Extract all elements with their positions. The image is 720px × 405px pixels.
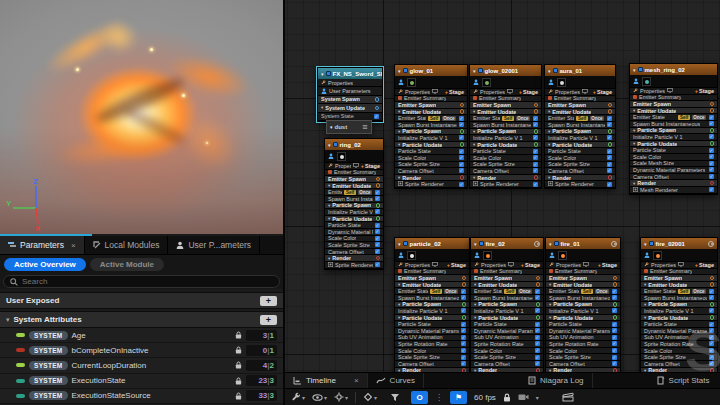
module-row[interactable]: Sub UV Animation✓: [471, 335, 543, 342]
stage-toggle-icon[interactable]: [376, 177, 381, 182]
module-row[interactable]: Dynamic Material Parameters 001✓: [395, 328, 469, 335]
module-row[interactable]: Emitter Spawn: [471, 275, 543, 282]
close-icon[interactable]: ×: [71, 241, 76, 250]
node-header[interactable]: ▾aura_01: [545, 65, 615, 76]
module-checkbox[interactable]: ✓: [533, 116, 538, 121]
module-checkbox[interactable]: ✓: [607, 135, 612, 140]
module-row[interactable]: ▾Particle Spawn: [641, 302, 717, 309]
add-stage-button[interactable]: +Stage: [598, 262, 617, 268]
module-checkbox[interactable]: ✓: [535, 328, 540, 333]
module-row[interactable]: Emitter Spawn: [546, 275, 620, 282]
node-header[interactable]: ▾fire_01: [546, 238, 620, 249]
parameter-row[interactable]: SYSTEMExecutionStateSource33|3: [0, 389, 283, 404]
module-row[interactable]: ▾System Update: [318, 104, 382, 112]
stage-toggle-icon[interactable]: [375, 97, 380, 102]
module-row[interactable]: Emitter StateSelfOnce✓: [395, 288, 469, 295]
stage-toggle-icon[interactable]: [534, 142, 539, 147]
module-row[interactable]: Spawn Burst Instantaneous✓: [545, 122, 615, 129]
parameter-row[interactable]: SYSTEMbCompleteOnInactive0|1: [0, 343, 283, 358]
module-checkbox[interactable]: ✓: [535, 348, 540, 353]
stage-toggle-icon[interactable]: [462, 276, 467, 281]
module-row[interactable]: Initialize Particle V 1✓: [395, 135, 467, 142]
stage-toggle-icon[interactable]: [710, 181, 715, 186]
module-row[interactable]: Particle State✓: [395, 148, 467, 155]
module-checkbox[interactable]: ✓: [709, 148, 714, 153]
module-row[interactable]: Scale Color✓: [325, 236, 383, 243]
module-checkbox[interactable]: ✓: [607, 155, 612, 160]
node-header[interactable]: ▾ring_02: [325, 139, 383, 150]
module-row[interactable]: Emitter Spawn: [395, 275, 469, 282]
emitter-node-ring_02[interactable]: ▾ring_02Properties+StageEmitter SummaryE…: [324, 138, 384, 270]
module-row[interactable]: Scale Sprite Size✓: [546, 354, 620, 361]
module-row[interactable]: Emitter Spawn: [395, 102, 467, 109]
module-row[interactable]: Spawn Burst Instantaneous✓: [546, 295, 620, 302]
module-checkbox[interactable]: ✓: [607, 182, 612, 187]
module-checkbox[interactable]: ✓: [709, 161, 714, 166]
module-row[interactable]: Spawn Burst Instantaneous✓: [395, 295, 469, 302]
module-row[interactable]: Dynamic Material Parameters 001✓: [546, 328, 620, 335]
module-checkbox[interactable]: ✓: [375, 236, 380, 241]
stage-toggle-icon[interactable]: [608, 129, 613, 134]
module-checkbox[interactable]: ✓: [461, 361, 466, 366]
module-checkbox[interactable]: ✓: [461, 289, 466, 294]
stage-toggle-icon[interactable]: [613, 276, 618, 281]
module-row[interactable]: Emitter Spawn: [545, 102, 615, 109]
module-row[interactable]: ▾Particle Update: [471, 315, 543, 322]
module-row[interactable]: Sprite Renderer✓: [395, 181, 467, 188]
stage-toggle-icon[interactable]: [710, 282, 715, 287]
node-header[interactable]: ▾fire_02001: [641, 238, 717, 249]
module-row[interactable]: Scale Color✓: [395, 155, 467, 162]
module-row[interactable]: Sprite Rotation Rate✓: [546, 341, 620, 348]
module-checkbox[interactable]: ✓: [461, 295, 466, 300]
module-row[interactable]: ▾Emitter Update: [395, 282, 469, 289]
system-node-FX_NS_Sword_Skill[interactable]: ▾FX_NS_Sword_SkillPropertiesUser Paramet…: [317, 67, 383, 122]
module-row[interactable]: Initialize Particle V 1✓: [546, 308, 620, 315]
system-overview-graph[interactable]: ▾FX_NS_Sword_SkillPropertiesUser Paramet…: [285, 0, 720, 372]
emitter-node-particle_02[interactable]: ▾particle_02Properties+StageEmitter Summ…: [394, 237, 470, 372]
module-row[interactable]: Scale Color✓: [470, 155, 541, 162]
module-row[interactable]: Particle State✓: [395, 321, 469, 328]
module-checkbox[interactable]: ✓: [535, 308, 540, 313]
stage-toggle-icon[interactable]: [710, 108, 715, 113]
stage-toggle-icon[interactable]: [460, 142, 465, 147]
module-checkbox[interactable]: ✓: [459, 182, 464, 187]
module-checkbox[interactable]: ✓: [533, 155, 538, 160]
module-checkbox[interactable]: ✓: [709, 134, 714, 139]
node-header[interactable]: ▾fire_02: [471, 238, 543, 249]
node-enabled-checkbox[interactable]: [479, 241, 484, 246]
module-row[interactable]: Sprite Renderer✓: [470, 181, 541, 188]
module-checkbox[interactable]: ✓: [535, 295, 540, 300]
module-row[interactable]: Properties+Stage: [641, 262, 717, 269]
node-enabled-checkbox[interactable]: [554, 241, 559, 246]
module-checkbox[interactable]: ✓: [709, 308, 714, 313]
stage-toggle-icon[interactable]: [462, 282, 467, 287]
module-row[interactable]: Spawn Burst Instantaneous✓: [471, 295, 543, 302]
stage-toggle-icon[interactable]: [534, 129, 539, 134]
loop-mode-button[interactable]: O: [411, 391, 428, 404]
module-row[interactable]: Spawn Burst Instantaneous✓: [641, 295, 717, 302]
module-checkbox[interactable]: ✓: [612, 355, 617, 360]
module-row[interactable]: Camera Offset✓: [395, 361, 469, 368]
module-row[interactable]: Emitter Summary: [545, 96, 615, 103]
tab-local-modules[interactable]: Local Modules: [85, 236, 169, 254]
module-row[interactable]: ▾Emitter Update: [630, 108, 717, 115]
stage-toggle-icon[interactable]: [376, 256, 381, 261]
module-row[interactable]: ▾Particle Spawn: [470, 129, 541, 136]
stage-toggle-icon[interactable]: [534, 109, 539, 114]
module-checkbox[interactable]: ✓: [612, 348, 617, 353]
module-row[interactable]: ▾Particle Spawn: [395, 302, 469, 309]
node-header[interactable]: ▾glow_02001: [470, 65, 541, 76]
module-row[interactable]: Scale Color✓: [395, 348, 469, 355]
emitter-node-aura_01[interactable]: ▾aura_01Properties+StageEmitter SummaryE…: [544, 64, 616, 189]
module-row[interactable]: ▾Render: [630, 180, 717, 187]
module-row[interactable]: Scale Color✓: [630, 154, 717, 161]
tab-timeline[interactable]: Timeline ×: [285, 373, 368, 388]
keyframe-dropdown[interactable]: ▾: [363, 392, 377, 402]
module-row[interactable]: ▾Particle Spawn: [471, 302, 543, 309]
search-input[interactable]: Search: [3, 275, 280, 288]
module-checkbox[interactable]: ✓: [533, 135, 538, 140]
module-row[interactable]: Particle State✓: [630, 147, 717, 154]
module-row[interactable]: Scale Sprite Size✓: [470, 162, 541, 169]
section-user-exposed[interactable]: User Exposed +: [0, 292, 283, 309]
preview-viewport[interactable]: Z Y X: [0, 0, 283, 234]
